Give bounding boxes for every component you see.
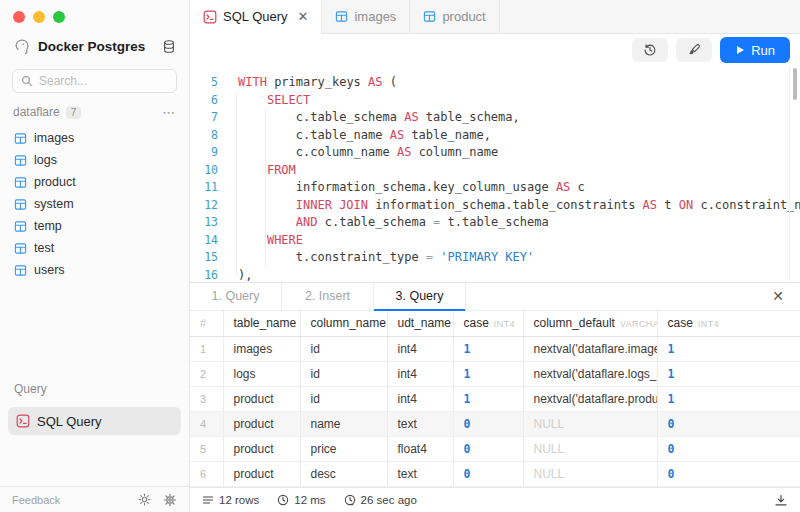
table-cell[interactable]: 1 [657, 387, 800, 412]
column-header-hash[interactable]: # [190, 311, 223, 337]
table-cell[interactable]: 1 [453, 362, 523, 387]
sidebar-item-users[interactable]: users [0, 259, 189, 281]
table-cell[interactable]: name [300, 412, 387, 437]
row-number-cell: 1 [190, 337, 223, 362]
paintbrush-icon [687, 43, 701, 57]
code-text: WHERE [238, 232, 303, 250]
column-header-table_name[interactable]: table_name… [223, 311, 300, 337]
table-cell[interactable]: 1 [453, 337, 523, 362]
clock-icon [277, 494, 289, 506]
sidebar-item-logs[interactable]: logs [0, 149, 189, 171]
table-cell[interactable]: product [223, 462, 300, 487]
table-cell[interactable]: text [387, 462, 453, 487]
settings-gear-icon[interactable] [163, 493, 177, 507]
table-cell[interactable]: id [300, 362, 387, 387]
schema-count-badge: 7 [66, 106, 82, 119]
table-cell[interactable]: 1 [657, 337, 800, 362]
close-results-icon[interactable]: ✕ [756, 283, 800, 310]
table-cell[interactable]: nextval('dataflare.logs_id_seq'… [523, 362, 657, 387]
table-cell[interactable]: NULL [523, 437, 657, 462]
feedback-link[interactable]: Feedback [12, 494, 126, 506]
minimize-window-button[interactable] [33, 11, 45, 23]
sql-editor[interactable]: 5WITH primary_keys AS (6 SELECT7 c.table… [190, 66, 800, 282]
table-cell[interactable]: 1 [453, 387, 523, 412]
column-header-column_default[interactable]: column_defaultVARCHAR [523, 311, 657, 337]
column-header-udt_name[interactable]: udt_name… [387, 311, 453, 337]
editor-scrollbar-thumb[interactable] [793, 68, 797, 100]
line-number: 11 [190, 179, 218, 197]
theme-toggle-icon[interactable] [138, 493, 151, 506]
editor-line: 5WITH primary_keys AS ( [190, 74, 800, 92]
sidebar-item-product[interactable]: product [0, 171, 189, 193]
sidebar-item-label: product [34, 175, 76, 189]
table-cell[interactable]: product [223, 412, 300, 437]
zoom-window-button[interactable] [53, 11, 65, 23]
format-button[interactable] [676, 38, 712, 62]
editor-toolbar: Run [190, 34, 800, 66]
editor-line: 14 WHERE [190, 232, 800, 250]
search-input[interactable] [39, 74, 168, 88]
sidebar-item-sql-query[interactable]: SQL Query [8, 407, 181, 435]
tab-product[interactable]: product [410, 0, 499, 34]
table-cell[interactable]: 0 [453, 437, 523, 462]
more-options-icon[interactable]: ⋯ [162, 105, 176, 120]
table-cell[interactable]: 0 [453, 462, 523, 487]
column-header-column_name[interactable]: column_name… [300, 311, 387, 337]
table-cell[interactable]: 0 [453, 412, 523, 437]
sidebar-item-system[interactable]: system [0, 193, 189, 215]
editor-line: 13 AND c.table_schema = t.table_schema [190, 214, 800, 232]
close-tab-icon[interactable]: ✕ [298, 10, 309, 23]
sidebar-item-test[interactable]: test [0, 237, 189, 259]
column-header-case[interactable]: caseINT4 [657, 311, 800, 337]
table-cell[interactable]: logs [223, 362, 300, 387]
table-cell[interactable]: int4 [387, 387, 453, 412]
sidebar-item-temp[interactable]: temp [0, 215, 189, 237]
code-text: FROM [238, 162, 296, 180]
table-cell[interactable]: product [223, 437, 300, 462]
sidebar-item-images[interactable]: images [0, 127, 189, 149]
column-header-case[interactable]: caseINT4 [453, 311, 523, 337]
table-cell[interactable]: product [223, 387, 300, 412]
table-cell[interactable]: int4 [387, 337, 453, 362]
table-row[interactable]: 3productidint41nextval('dataflare.produc… [190, 387, 800, 412]
table-cell[interactable]: NULL [523, 412, 657, 437]
database-icon[interactable] [162, 39, 176, 54]
results-tab-2-insert[interactable]: 2. Insert [282, 283, 374, 310]
column-header-type: INT4 [494, 319, 515, 329]
table-cell[interactable]: desc [300, 462, 387, 487]
table-cell[interactable]: float4 [387, 437, 453, 462]
results-tab-3-query[interactable]: 3. Query [374, 283, 466, 310]
table-cell[interactable]: images [223, 337, 300, 362]
table-cell[interactable]: nextval('dataflare.product_id_… [523, 387, 657, 412]
results-tab-1-query[interactable]: 1. Query [190, 283, 282, 310]
table-cell[interactable]: price [300, 437, 387, 462]
table-cell[interactable]: NULL [523, 462, 657, 487]
duration-stat: 12 ms [277, 494, 325, 506]
table-row[interactable]: 4productnametext0NULL0 [190, 412, 800, 437]
table-cell[interactable]: 1 [657, 362, 800, 387]
table-list: imageslogsproductsystemtemptestusers [0, 127, 189, 281]
query-section-label: Query [0, 382, 189, 400]
table-cell[interactable]: id [300, 387, 387, 412]
export-button[interactable] [774, 494, 788, 507]
table-cell[interactable]: int4 [387, 362, 453, 387]
table-row[interactable]: 1imagesidint41nextval('dataflare.images_… [190, 337, 800, 362]
search-box[interactable] [12, 69, 177, 93]
tab-sql-query[interactable]: SQL Query✕ [190, 0, 322, 34]
table-cell[interactable]: 0 [657, 412, 800, 437]
table-cell[interactable]: nextval('dataflare.images_id_s… [523, 337, 657, 362]
download-icon [774, 494, 788, 507]
table-cell[interactable]: id [300, 337, 387, 362]
window-controls [0, 0, 189, 24]
connection-header: Docker Postgres [0, 34, 189, 58]
table-row[interactable]: 6productdesctext0NULL0 [190, 462, 800, 487]
table-row[interactable]: 5productpricefloat40NULL0 [190, 437, 800, 462]
table-row[interactable]: 2logsidint41nextval('dataflare.logs_id_s… [190, 362, 800, 387]
tab-images[interactable]: images [322, 0, 410, 34]
table-cell[interactable]: text [387, 412, 453, 437]
table-cell[interactable]: 0 [657, 437, 800, 462]
table-cell[interactable]: 0 [657, 462, 800, 487]
close-window-button[interactable] [13, 11, 25, 23]
run-button[interactable]: Run [720, 37, 790, 63]
history-button[interactable] [632, 38, 668, 62]
